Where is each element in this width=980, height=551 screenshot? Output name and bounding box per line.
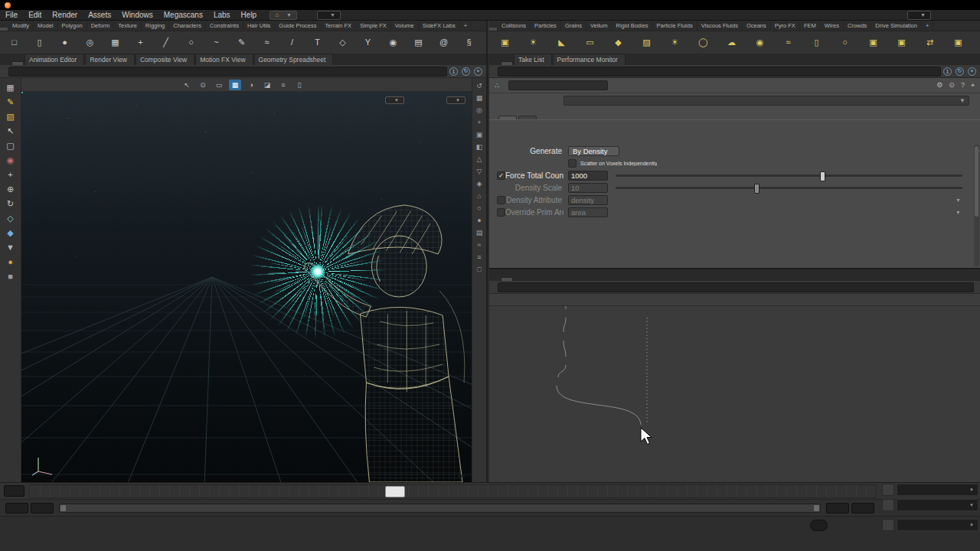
chevron-down-icon[interactable]: ▼ — [959, 97, 965, 104]
pane-tab[interactable]: Animation Editor — [24, 54, 84, 65]
shelf-tool[interactable]: ◯ Environment Light — [689, 31, 717, 53]
shelf-tab[interactable]: Modify — [8, 21, 34, 31]
display-options-icon[interactable]: ≡ — [477, 253, 481, 261]
viewport-3d[interactable]: ▼ ▼ — [21, 92, 472, 482]
group-input[interactable]: ▼ — [564, 96, 969, 106]
enable-checkbox[interactable] — [497, 196, 505, 204]
frame-range-slider[interactable] — [59, 504, 821, 513]
shelf-tab[interactable]: Wires — [821, 21, 844, 31]
shelf-tool[interactable]: ≈ Caustic Light — [774, 31, 802, 53]
grid-toggle-icon[interactable]: ▦ — [476, 94, 483, 102]
shelf-tab[interactable]: Deform — [87, 21, 115, 31]
toggle-checkbox[interactable] — [568, 159, 577, 168]
orbit-icon[interactable]: ◎ — [476, 106, 482, 114]
shelf-tab[interactable]: FEM — [800, 21, 821, 31]
menu-item[interactable]: Windows — [116, 11, 158, 19]
select-mode-icon[interactable]: ↖ — [181, 80, 193, 90]
shelf-tab[interactable]: Particles — [531, 21, 561, 31]
clapper-icon[interactable] — [882, 484, 894, 496]
shelf-tool[interactable]: @ Spiral — [431, 31, 456, 53]
shelf-tool[interactable]: □ Box — [2, 31, 27, 53]
shelf-tool[interactable]: ▣ Camera — [491, 31, 519, 53]
shelf-tool[interactable]: ○ Ambient Light — [831, 31, 859, 53]
help-icon[interactable]: ? — [961, 81, 965, 90]
add-tool-icon[interactable]: + — [8, 170, 12, 179]
node-name-field[interactable] — [508, 80, 608, 90]
enable-checkbox[interactable] — [497, 171, 505, 180]
pane-tab[interactable]: Composite View — [136, 54, 194, 65]
shelf-tool[interactable]: T Font — [305, 31, 330, 53]
pane-tab[interactable]: Render View — [85, 54, 135, 65]
shelf-tool[interactable]: ▣ VR Camera — [887, 31, 916, 53]
shelf-tool[interactable]: / Path — [279, 31, 305, 53]
shelf-tab[interactable]: Pyro FX — [771, 21, 800, 31]
rotate-tool-icon[interactable]: ↻ — [7, 199, 14, 208]
pivot-tool-icon[interactable]: ◆ — [7, 228, 13, 237]
shelf-tab[interactable]: Terrain FX — [322, 21, 357, 31]
range-end-field[interactable] — [851, 503, 874, 514]
desktop-selector[interactable]: ⌂ ▼ — [270, 11, 297, 20]
pane-tab[interactable]: Motion FX View — [195, 54, 253, 65]
shelf-tab[interactable]: Drive Simulation — [871, 21, 922, 31]
network-path-indicator[interactable] — [810, 520, 828, 531]
playback-end-field[interactable] — [826, 503, 849, 514]
shelf-tool[interactable]: § Helix — [456, 31, 482, 53]
timeline-ruler[interactable] — [29, 484, 877, 498]
link-badge-icon[interactable]: 1 — [943, 67, 952, 76]
menu-item[interactable]: Megascans — [158, 11, 208, 19]
shelf-tool[interactable]: ◆ Geometry Light — [604, 31, 632, 53]
pane-tab[interactable]: Take List — [514, 54, 552, 65]
shelf-tool[interactable]: ▯ Portal Light — [802, 31, 831, 53]
parameter-value-field[interactable]: 1000 — [568, 171, 608, 181]
shelf-tool[interactable]: ╱ Line — [153, 31, 178, 53]
cache-icon[interactable] — [882, 519, 894, 531]
sync-icon[interactable]: ↻ — [462, 67, 470, 76]
menu-item[interactable]: Render — [47, 11, 83, 19]
shelf-tool[interactable]: ◉ Metaball — [381, 31, 406, 53]
split-view-icon[interactable]: ▯ — [293, 80, 305, 90]
path-field[interactable] — [8, 67, 447, 77]
parameter-value-field[interactable]: 10 — [568, 183, 608, 193]
shelf-tool[interactable]: + Null — [128, 31, 153, 53]
key-all-channels-button[interactable]: ▼ — [897, 499, 978, 511]
range-start-field[interactable] — [5, 503, 28, 514]
shelf-tab[interactable]: Particle Fluids — [653, 21, 697, 31]
shelf-tab[interactable]: + — [922, 21, 933, 31]
view-reset-icon[interactable]: ↺ — [476, 82, 482, 90]
shelf-tool[interactable]: ▣ Stereo Camera — [859, 31, 887, 53]
shadow-toggle-icon[interactable]: ● — [477, 217, 481, 224]
shelf-tool[interactable]: ◣ Spot Light — [547, 31, 576, 53]
main-menu-right[interactable]: ▼ — [907, 11, 931, 20]
key-tool-icon[interactable]: ● — [8, 257, 13, 266]
home-view-icon[interactable]: ⌂ — [477, 192, 481, 200]
pin-icon[interactable]: ⌖ — [474, 67, 482, 76]
shelf-tool[interactable]: ▣ Gam Ca — [944, 31, 972, 53]
shelf-tab-active[interactable] — [489, 28, 498, 31]
parameter-menu[interactable]: By Density — [568, 146, 619, 156]
auto-update-menu[interactable]: ▼ — [897, 519, 978, 531]
shelf-tab[interactable]: Simple FX — [356, 21, 391, 31]
menu-item[interactable]: Edit — [23, 11, 47, 19]
menu-item[interactable]: Labs — [208, 11, 236, 19]
pose-tool-icon[interactable]: ◉ — [7, 155, 15, 165]
camera-select-menu[interactable]: ▼ — [446, 96, 466, 104]
parameter-value-field[interactable]: area — [568, 207, 608, 217]
tab-scene-view[interactable] — [11, 61, 24, 65]
shading-icon[interactable]: ◧ — [476, 143, 483, 151]
shelf-tab-active[interactable] — [0, 28, 8, 31]
shade-mode-icon[interactable]: ◑ — [245, 80, 257, 90]
shelf-tool[interactable]: ▨ Volume Light — [632, 31, 661, 53]
fog-icon[interactable]: ≈ — [478, 241, 482, 249]
chevron-down-icon[interactable]: ▼ — [956, 197, 961, 203]
zoom-in-icon[interactable]: + — [477, 119, 481, 126]
tab-network[interactable] — [501, 277, 513, 281]
shelf-tab[interactable]: Characters — [169, 21, 206, 31]
material-mode-icon[interactable]: ◪ — [261, 80, 273, 90]
points-icon[interactable]: ▽ — [477, 168, 482, 175]
shelf-tab[interactable]: Guide Process — [275, 21, 321, 31]
lasso-mode-icon[interactable]: ⊙ — [197, 80, 209, 90]
path-field[interactable] — [498, 282, 974, 292]
shelf-tool[interactable]: ☁ Sky Light — [717, 31, 746, 53]
pin-icon[interactable]: ⌖ — [968, 67, 976, 76]
playback-start-field[interactable] — [31, 503, 54, 514]
